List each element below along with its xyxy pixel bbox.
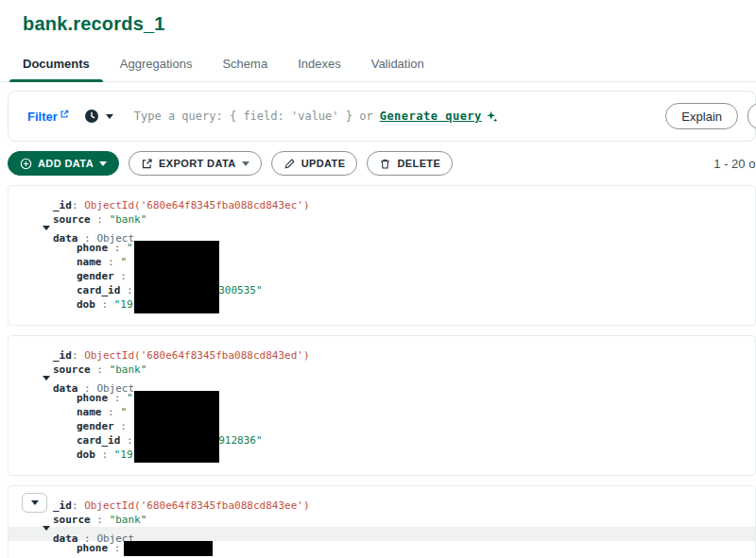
field-separator: :	[108, 242, 127, 254]
tab-documents[interactable]: Documents	[8, 49, 105, 81]
field-name: gender	[77, 270, 114, 282]
tab-aggregations[interactable]: Aggregations	[105, 49, 208, 81]
field-name: card_id	[77, 284, 120, 296]
filter-input[interactable]: Type a query: { field: 'value' } orGener…	[134, 110, 498, 123]
field-name: data	[53, 232, 78, 245]
query-bar-section: Filter Type a query: { field: 'value' } …	[0, 82, 756, 142]
tab-schema[interactable]: Schema	[207, 49, 283, 81]
field-name: source	[53, 364, 91, 376]
document-card: _id: ObjectId('680e64f8345fba088cd843ee'…	[8, 485, 756, 558]
expand-document-button[interactable]	[22, 493, 47, 513]
export-icon	[141, 158, 153, 170]
field-value-string: "bank"	[110, 364, 147, 376]
redaction-box	[134, 241, 219, 313]
field-value-objectid: ObjectId('680e64f8345fba088cd843ee')	[84, 499, 309, 512]
chevron-down-icon	[106, 114, 113, 119]
field-separator: :	[114, 270, 133, 282]
field-row-phone: phone :	[9, 541, 755, 555]
field-separator: :	[95, 298, 114, 311]
documents-toolbar: ADD DATA EXPORT DATA UPDATE DELETE 1 - 2…	[0, 142, 756, 185]
field-value-partial: 300535"	[218, 284, 262, 296]
field-separator: :	[72, 349, 84, 362]
filter-link[interactable]: Filter	[27, 110, 69, 124]
tab-indexes[interactable]: Indexes	[283, 49, 356, 81]
export-data-button[interactable]: EXPORT DATA	[129, 151, 262, 176]
query-bar: Filter Type a query: { field: 'value' } …	[8, 91, 756, 142]
field-row-phone: phone : "	[9, 391, 755, 405]
field-row-id: _id: ObjectId('680e64f8345fba088cd843ee'…	[9, 499, 755, 513]
field-value-partial: "19	[114, 448, 133, 461]
field-separator: :	[102, 406, 121, 418]
field-row-phone: phone : "	[9, 241, 755, 255]
field-name: card_id	[77, 434, 120, 447]
field-value-string: "bank"	[110, 514, 147, 526]
expand-caret-icon[interactable]	[43, 526, 50, 531]
field-name: phone	[77, 392, 108, 404]
sparkle-icon	[486, 110, 498, 123]
redaction-box	[134, 391, 219, 463]
document-card: _id: ObjectId('680e64f8345fba088cd843ec'…	[8, 185, 756, 326]
delete-button[interactable]: DELETE	[367, 151, 453, 176]
filter-link-label: Filter	[27, 110, 58, 124]
field-row-name: name : "	[9, 255, 755, 269]
document-list: _id: ObjectId('680e64f8345fba088cd843ec'…	[0, 185, 756, 558]
tab-validation[interactable]: Validation	[356, 49, 439, 81]
field-name: dob	[77, 448, 95, 461]
field-value-partial: "19	[114, 298, 133, 311]
field-row-data: data : Object	[9, 227, 755, 241]
redaction-box	[124, 541, 213, 556]
trash-icon	[379, 158, 391, 170]
field-separator: :	[102, 256, 121, 268]
expand-caret-icon[interactable]	[43, 376, 50, 380]
field-name: name	[77, 256, 102, 268]
add-data-label: ADD DATA	[38, 158, 94, 169]
field-row-dob: dob : "19	[9, 448, 755, 462]
filter-placeholder-text: Type a query: { field: 'value' } or	[134, 110, 373, 123]
delete-label: DELETE	[397, 158, 440, 169]
field-row-id: _id: ObjectId('680e64f8345fba088cd843ed'…	[9, 348, 755, 363]
field-row-data: data : Object	[9, 377, 755, 391]
field-name: source	[53, 514, 91, 526]
field-name: name	[77, 406, 102, 418]
field-row-source: source : "bank"	[9, 363, 755, 377]
field-value-partial: "	[127, 392, 133, 404]
clock-icon	[84, 109, 99, 124]
query-history-button[interactable]	[84, 109, 113, 124]
collection-title: bank.records_1	[0, 0, 756, 36]
field-separator: :	[91, 213, 110, 226]
chevron-down-icon	[99, 161, 107, 166]
generate-query-link[interactable]: Generate query	[380, 110, 482, 123]
chevron-down-icon	[31, 500, 39, 505]
plus-circle-icon	[20, 158, 32, 170]
expand-caret-icon[interactable]	[43, 226, 50, 230]
field-name: dob	[77, 298, 95, 311]
field-name: data	[53, 533, 78, 545]
pencil-icon	[284, 158, 296, 170]
field-row-name: name : "	[9, 405, 755, 419]
field-separator: :	[114, 420, 133, 432]
field-name: source	[53, 213, 91, 226]
field-name: phone	[77, 542, 108, 554]
field-value-partial: "	[120, 406, 127, 418]
update-button[interactable]: UPDATE	[271, 151, 358, 176]
field-value-objectid: ObjectId('680e64f8345fba088cd843ec')	[84, 199, 309, 211]
field-name: _id	[53, 199, 72, 211]
partial-button[interactable]	[747, 103, 756, 129]
field-value-string: "bank"	[110, 213, 147, 226]
explain-button[interactable]: Explain	[665, 103, 738, 129]
field-name: data	[53, 382, 78, 395]
chevron-down-icon	[242, 161, 249, 166]
field-row-source: source : "bank"	[9, 513, 755, 527]
field-row-id: _id: ObjectId('680e64f8345fba088cd843ec'…	[9, 198, 755, 212]
field-value-partial: "	[127, 242, 133, 254]
pagination-counter: 1 - 20 of	[713, 157, 756, 171]
field-row-gender: gender :	[9, 419, 755, 433]
field-separator: :	[91, 364, 110, 376]
add-data-button[interactable]: ADD DATA	[8, 151, 119, 176]
field-value-objectid: ObjectId('680e64f8345fba088cd843ed')	[84, 349, 309, 362]
field-separator: :	[95, 448, 114, 461]
export-data-label: EXPORT DATA	[159, 158, 236, 169]
field-row-source: source : "bank"	[9, 212, 755, 227]
field-separator: :	[91, 514, 110, 526]
field-value-partial: "	[120, 256, 127, 268]
